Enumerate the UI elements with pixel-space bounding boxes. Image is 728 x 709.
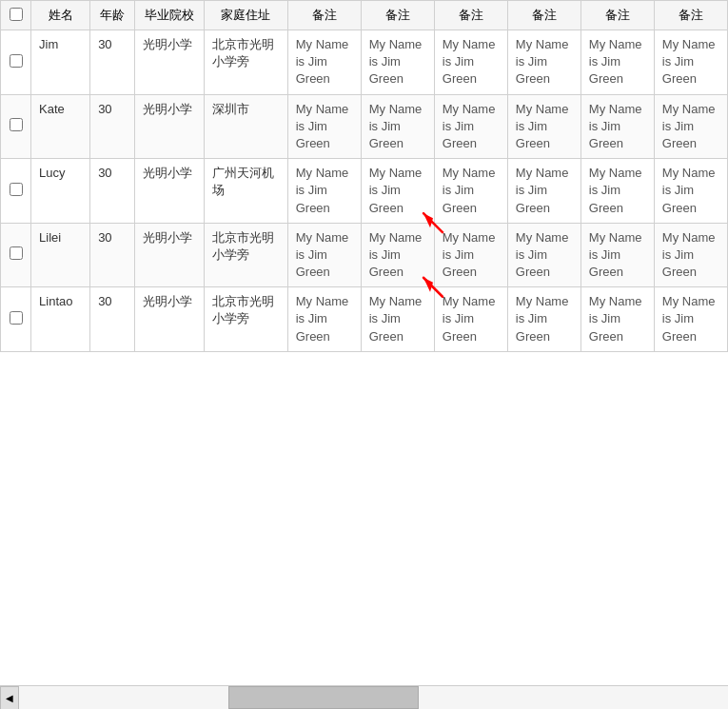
cell-note-6: My Name is Jim Green: [654, 94, 727, 159]
table-wrapper: 姓名 年龄 毕业院校 家庭住址 备注 备注 备注 备注 备注 备注 Jim30光…: [0, 0, 728, 685]
header-note2: 备注: [361, 1, 434, 30]
cell-note-3: My Name is Jim Green: [434, 223, 507, 287]
cell-name: Lintao: [31, 287, 90, 352]
cell-address: 北京市光明小学旁: [204, 223, 287, 287]
cell-note-5: My Name is Jim Green: [580, 94, 654, 159]
horizontal-scrollbar[interactable]: ◀: [0, 685, 728, 709]
cell-age: 30: [90, 223, 135, 287]
cell-note-1: My Name is Jim Green: [287, 94, 361, 159]
cell-school: 光明小学: [135, 94, 205, 159]
row-checkbox[interactable]: [10, 246, 23, 260]
cell-school: 光明小学: [135, 287, 205, 352]
cell-age: 30: [90, 159, 135, 224]
cell-note-2: My Name is Jim Green: [361, 159, 434, 224]
cell-note-4: My Name is Jim Green: [507, 287, 580, 352]
row-checkbox[interactable]: [10, 183, 23, 196]
cell-note-5: My Name is Jim Green: [580, 159, 654, 224]
cell-name: Lilei: [31, 223, 90, 287]
select-all-checkbox[interactable]: [10, 8, 23, 21]
row-checkbox-cell[interactable]: [1, 159, 31, 224]
header-note3: 备注: [434, 1, 507, 30]
cell-address: 北京市光明小学旁: [204, 287, 287, 352]
cell-note-6: My Name is Jim Green: [654, 287, 727, 352]
header-address: 家庭住址: [204, 1, 287, 30]
row-checkbox-cell[interactable]: [1, 287, 31, 352]
row-checkbox-cell[interactable]: [1, 223, 31, 287]
table-row: Jim30光明小学北京市光明小学旁My Name is Jim GreenMy …: [1, 30, 728, 95]
cell-name: Kate: [31, 94, 90, 159]
table-row: Kate30光明小学深圳市My Name is Jim GreenMy Name…: [1, 94, 728, 159]
header-note5: 备注: [580, 1, 654, 30]
header-row: 姓名 年龄 毕业院校 家庭住址 备注 备注 备注 备注 备注 备注: [1, 1, 728, 30]
cell-note-5: My Name is Jim Green: [580, 287, 654, 352]
cell-age: 30: [90, 287, 135, 352]
cell-name: Jim: [31, 30, 90, 95]
row-checkbox-cell[interactable]: [1, 94, 31, 159]
scroll-left-icon: ◀: [6, 693, 13, 703]
cell-age: 30: [90, 94, 135, 159]
cell-note-2: My Name is Jim Green: [361, 223, 434, 287]
cell-school: 光明小学: [135, 159, 205, 224]
cell-note-3: My Name is Jim Green: [434, 94, 507, 159]
cell-note-5: My Name is Jim Green: [580, 223, 654, 287]
header-name: 姓名: [31, 1, 90, 30]
cell-note-3: My Name is Jim Green: [434, 30, 507, 95]
header-note6: 备注: [654, 1, 727, 30]
cell-note-3: My Name is Jim Green: [434, 287, 507, 352]
cell-note-4: My Name is Jim Green: [507, 159, 580, 224]
cell-note-1: My Name is Jim Green: [287, 287, 361, 352]
row-checkbox-cell[interactable]: [1, 30, 31, 95]
cell-age: 30: [90, 30, 135, 95]
cell-note-4: My Name is Jim Green: [507, 94, 580, 159]
scroll-left-button[interactable]: ◀: [0, 686, 19, 710]
cell-note-1: My Name is Jim Green: [287, 223, 361, 287]
cell-note-2: My Name is Jim Green: [361, 94, 434, 159]
table-row: Lucy30光明小学广州天河机场My Name is Jim GreenMy N…: [1, 159, 728, 224]
header-school: 毕业院校: [135, 1, 205, 30]
row-checkbox[interactable]: [10, 118, 23, 131]
cell-school: 光明小学: [135, 30, 205, 95]
cell-note-3: My Name is Jim Green: [434, 159, 507, 224]
cell-address: 北京市光明小学旁: [204, 30, 287, 95]
cell-address: 深圳市: [204, 94, 287, 159]
scrollbar-thumb[interactable]: [228, 686, 419, 709]
scrollbar-track[interactable]: [19, 686, 728, 709]
row-checkbox[interactable]: [10, 311, 23, 325]
row-checkbox[interactable]: [10, 54, 23, 68]
cell-note-6: My Name is Jim Green: [654, 223, 727, 287]
header-age: 年龄: [90, 1, 135, 30]
cell-note-4: My Name is Jim Green: [507, 223, 580, 287]
header-note1: 备注: [287, 1, 361, 30]
table-row: Lintao30光明小学北京市光明小学旁My Name is Jim Green…: [1, 287, 728, 352]
cell-name: Lucy: [31, 159, 90, 224]
cell-note-6: My Name is Jim Green: [654, 30, 727, 95]
cell-address: 广州天河机场: [204, 159, 287, 224]
cell-note-5: My Name is Jim Green: [580, 30, 654, 95]
cell-note-2: My Name is Jim Green: [361, 287, 434, 352]
cell-school: 光明小学: [135, 223, 205, 287]
cell-note-2: My Name is Jim Green: [361, 30, 434, 95]
cell-note-4: My Name is Jim Green: [507, 30, 580, 95]
header-note4: 备注: [507, 1, 580, 30]
cell-note-1: My Name is Jim Green: [287, 30, 361, 95]
data-table: 姓名 年龄 毕业院校 家庭住址 备注 备注 备注 备注 备注 备注 Jim30光…: [0, 0, 728, 352]
table-row: Lilei30光明小学北京市光明小学旁My Name is Jim GreenM…: [1, 223, 728, 287]
cell-note-6: My Name is Jim Green: [654, 159, 727, 224]
header-checkbox-cell[interactable]: [1, 1, 31, 30]
cell-note-1: My Name is Jim Green: [287, 159, 361, 224]
